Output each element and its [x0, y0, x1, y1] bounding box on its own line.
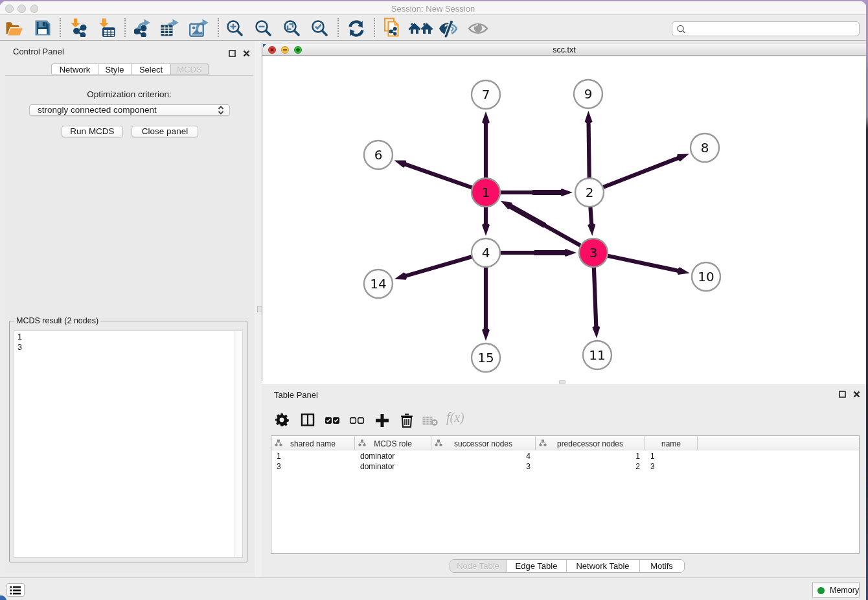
table-panel-float-icon[interactable] — [839, 389, 846, 400]
svg-text:15: 15 — [477, 350, 494, 365]
task-history-button[interactable] — [6, 583, 25, 597]
table-panel-close-icon[interactable] — [853, 389, 860, 400]
table-cell[interactable]: 2 — [536, 461, 645, 472]
graph-node-6[interactable]: 6 — [364, 141, 393, 169]
import-network-icon[interactable] — [70, 18, 87, 37]
control-panel-close-icon[interactable] — [243, 48, 250, 60]
table-cell[interactable]: 3 — [271, 461, 355, 472]
apply-layout-icon[interactable] — [347, 19, 364, 36]
zoom-selected-icon[interactable] — [311, 19, 328, 36]
graph-node-2[interactable]: 2 — [575, 178, 604, 207]
graph-node-15[interactable]: 15 — [472, 343, 500, 372]
graph-node-4[interactable]: 4 — [472, 238, 500, 267]
table-panel-title: Table Panel — [274, 390, 318, 400]
graph-node-3[interactable]: 3 — [579, 238, 608, 267]
edge-4-14[interactable] — [404, 257, 473, 277]
new-network-from-selection-icon[interactable] — [383, 17, 400, 37]
zoom-in-icon[interactable] — [226, 19, 243, 36]
export-image-icon[interactable] — [189, 17, 210, 37]
tab-node-table[interactable]: Node Table — [450, 560, 507, 572]
column-header-successor-nodes[interactable]: successor nodes — [431, 436, 536, 450]
tab-mcds[interactable]: MCDS — [171, 63, 209, 75]
graph-node-1[interactable]: 1 — [472, 178, 500, 207]
horizontal-splitter-handle[interactable] — [559, 380, 565, 384]
close-panel-button[interactable]: Close panel — [131, 126, 198, 137]
run-mcds-button[interactable]: Run MCDS — [62, 126, 123, 137]
graph-node-10[interactable]: 10 — [692, 262, 720, 291]
edge-2-8[interactable] — [602, 157, 680, 188]
graph-node-9[interactable]: 9 — [574, 80, 602, 108]
edge-arrow-4-15 — [482, 328, 490, 341]
add-column-icon[interactable] — [374, 413, 390, 431]
table-cell[interactable]: dominator — [355, 451, 431, 461]
table-cell[interactable]: 1 — [536, 451, 645, 461]
table-cell[interactable]: 3 — [431, 461, 536, 472]
memory-button[interactable]: Memory — [812, 582, 860, 598]
edge-3-11[interactable] — [594, 266, 597, 329]
table-cell[interactable]: 4 — [431, 451, 536, 461]
deselect-all-columns-icon[interactable] — [349, 413, 365, 430]
svg-text:14: 14 — [370, 276, 386, 292]
column-header-shared-name[interactable]: shared name — [271, 436, 355, 450]
result-scrollbar[interactable] — [234, 331, 242, 557]
network-canvas[interactable]: 7968124314101511 — [262, 56, 866, 384]
column-header-predecessor-nodes[interactable]: predecessor nodes — [536, 436, 645, 450]
table-row[interactable]: 3dominator323 — [271, 461, 859, 472]
tab-select[interactable]: Select — [131, 63, 171, 75]
svg-text:8: 8 — [701, 140, 709, 156]
table-panel: Table Panel — [262, 384, 866, 577]
tab-motifs[interactable]: Motifs — [639, 560, 684, 572]
edge-2-9[interactable] — [589, 121, 589, 179]
zoom-out-icon[interactable] — [255, 19, 271, 36]
control-panel-title: Control Panel — [13, 47, 64, 56]
delete-table-icon[interactable] — [422, 416, 438, 429]
network-window-title: scc.txt — [262, 45, 866, 54]
toolbar-separator — [60, 18, 61, 37]
mcds-result-text[interactable]: 1 3 — [14, 330, 243, 558]
network-window-titlebar[interactable]: scc.txt — [262, 43, 866, 56]
svg-text:11: 11 — [589, 347, 605, 363]
edge-3-10[interactable] — [606, 255, 680, 271]
control-panel: Control Panel NetworkStyleSelectMCDS Opt… — [0, 41, 255, 577]
import-table-icon[interactable] — [98, 18, 115, 37]
export-network-icon[interactable] — [134, 17, 151, 37]
tab-style[interactable]: Style — [98, 63, 131, 75]
edge-1-6[interactable] — [404, 164, 474, 189]
open-session-icon[interactable] — [5, 19, 23, 36]
network-view-window: scc.txt 7968124314101511 — [262, 43, 866, 384]
tab-network[interactable]: Network — [51, 63, 98, 75]
column-header-MCDS-role[interactable]: MCDS role — [355, 436, 431, 450]
graph-node-7[interactable]: 7 — [472, 80, 500, 109]
search-icon — [676, 25, 687, 35]
search-input[interactable] — [672, 21, 860, 36]
optimization-criterion-select[interactable]: strongly connected component — [29, 104, 230, 116]
show-all-networks-icon[interactable] — [408, 19, 434, 36]
table-row[interactable]: 1dominator411 — [271, 451, 859, 461]
toolbar-separator — [337, 18, 339, 37]
table-cell[interactable]: 3 — [645, 461, 698, 472]
export-table-icon[interactable] — [161, 17, 180, 37]
tab-network-table[interactable]: Network Table — [566, 560, 639, 572]
save-session-icon[interactable] — [34, 19, 51, 36]
dock-icon-fragment — [0, 595, 6, 600]
table-cell[interactable]: 1 — [645, 451, 698, 461]
tab-edge-table[interactable]: Edge Table — [507, 560, 566, 572]
show-graphics-details-icon[interactable] — [468, 19, 488, 36]
column-header-name[interactable]: name — [645, 436, 698, 450]
toggle-panel-mode-icon[interactable] — [301, 413, 315, 430]
delete-columns-icon[interactable] — [400, 413, 414, 431]
function-builder-icon[interactable]: f(x) — [446, 410, 464, 425]
hide-graphics-details-icon[interactable] — [439, 19, 459, 36]
column-settings-icon[interactable] — [275, 413, 289, 430]
node-table: shared nameMCDS rolesuccessor nodesprede… — [271, 435, 860, 554]
table-cell[interactable]: dominator — [355, 461, 431, 472]
graph-node-11[interactable]: 11 — [583, 341, 611, 369]
mcds-tab-body: Optimization criterion: strongly connect… — [5, 75, 253, 573]
select-all-columns-icon[interactable] — [325, 413, 340, 430]
edge-arrow-1-4 — [482, 223, 490, 236]
zoom-fit-icon[interactable] — [283, 19, 300, 36]
graph-node-14[interactable]: 14 — [364, 270, 393, 298]
control-panel-float-icon[interactable] — [229, 48, 236, 60]
graph-node-8[interactable]: 8 — [691, 133, 719, 162]
table-cell[interactable]: 1 — [271, 451, 355, 461]
